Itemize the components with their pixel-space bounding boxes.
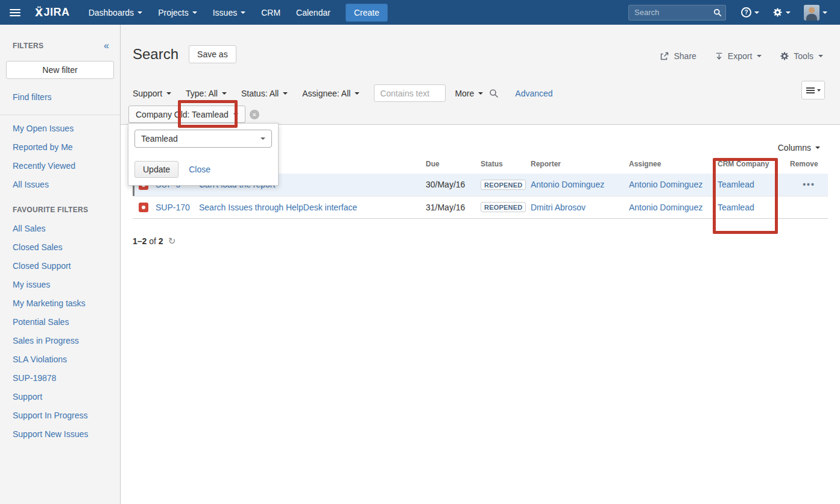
nav-item-dashboards[interactable]: Dashboards [81,0,151,25]
chevron-down-icon [478,92,483,95]
assignee-link[interactable]: Antonio Dominguez [629,203,703,212]
favourite-filter-sales-in-progress[interactable]: Sales in Progress [0,331,120,350]
nav-item-issues[interactable]: Issues [205,0,253,25]
crm-company-link[interactable]: Teamlead [718,180,754,189]
title-row: Search Save as [133,45,236,63]
company-filter-chip[interactable]: Company Old: Teamlead [128,106,245,123]
update-button[interactable]: Update [134,161,178,178]
favourite-filter-potential-sales[interactable]: Potential Sales [0,312,120,331]
new-filter-button[interactable]: New filter [6,61,114,79]
chevron-down-icon [818,55,823,57]
advanced-search-link[interactable]: Advanced [515,89,552,98]
favourite-filter-closed-support[interactable]: Closed Support [0,256,120,275]
column-header-status[interactable]: Status [481,160,531,174]
close-link[interactable]: Close [189,165,210,174]
column-header-reporter[interactable]: Reporter [531,160,629,174]
refresh-icon[interactable]: ↻ [168,236,176,247]
chevron-down-icon [241,11,245,14]
user-profile-menu[interactable] [797,0,834,25]
favourite-filter-support[interactable]: Support [0,387,120,406]
jira-logo-icon: Ẍ [35,7,43,19]
due-date: 30/May/16 [426,174,481,196]
filters-sidebar: FILTERS « New filter Find filters My Ope… [0,25,121,504]
status-badge: REOPENED [481,202,526,212]
sidebar-divider [0,115,120,115]
company-select[interactable]: Teamlead [134,130,272,148]
chevron-down-icon [192,11,197,14]
crm-company-link[interactable]: Teamlead [718,203,754,212]
status-badge: REOPENED [481,180,526,190]
row-actions-button [790,196,828,218]
sidebar-header: FILTERS « [0,25,120,60]
table-row[interactable]: SUP-170 Search Issues through HelpDesk i… [133,196,828,218]
status-filter-dropdown[interactable]: Status: All [241,89,288,98]
column-header-assignee[interactable]: Assignee [629,160,718,174]
find-filters-link[interactable]: Find filters [0,87,120,106]
row-actions-button[interactable]: ••• [790,174,828,196]
chevron-down-icon [137,11,142,14]
assignee-filter-dropdown[interactable]: Assignee: All [302,89,359,98]
company-select-value: Teamlead [141,134,178,143]
issue-key-link[interactable]: SUP-170 [156,203,190,212]
view-switcher-button[interactable] [801,81,825,99]
search-icon[interactable] [713,8,722,17]
export-button[interactable]: Export [715,51,762,61]
sidebar-item-my-open-issues[interactable]: My Open Issues [0,119,120,137]
hamburger-menu-icon[interactable] [10,9,21,10]
help-icon: ? [741,7,751,17]
favourite-filter-all-sales[interactable]: All Sales [0,219,120,238]
share-button[interactable]: Share [660,51,696,61]
reporter-link[interactable]: Antonio Dominguez [531,180,604,189]
sidebar-item-reported-by-me[interactable]: Reported by Me [0,137,120,156]
favourite-filter-closed-sales[interactable]: Closed Sales [0,238,120,256]
run-search-button[interactable] [489,89,499,98]
favourite-filter-my-marketing-tasks[interactable]: My Marketing tasks [0,294,120,312]
chevron-down-icon [823,11,827,14]
favourite-filter-sla-violations[interactable]: SLA Violations [0,350,120,368]
chevron-down-icon [817,89,821,92]
reporter-link[interactable]: Dmitri Abrosov [531,203,586,212]
column-header-crm-company[interactable]: CRM Company [718,160,790,174]
header-actions: Share Export Tools [660,51,823,61]
column-header-due[interactable]: Due [426,160,481,174]
help-menu[interactable]: ? [734,0,766,25]
type-filter-dropdown[interactable]: Type: All [186,89,227,98]
favourite-filter-my-issues[interactable]: My issues [0,275,120,294]
jira-logo[interactable]: Ẍ JIRA [35,6,70,19]
chevron-down-icon [166,92,171,95]
chevron-down-icon [757,55,762,57]
nav-item-projects[interactable]: Projects [150,0,205,25]
columns-dropdown[interactable]: Columns [778,143,820,153]
search-header: Search Save as Share Export Tools [121,25,840,125]
favourite-filter-support-new-issues[interactable]: Support New Issues [0,424,120,443]
project-filter-dropdown[interactable]: Support [133,89,171,98]
chevron-down-icon [355,92,359,95]
admin-settings-menu[interactable] [766,0,797,25]
nav-item-crm[interactable]: CRM [253,0,288,25]
top-navigation-bar: Ẍ JIRA Dashboards Projects Issues CRM Ca… [0,0,840,25]
pagination: 1–2 of 2 ↻ [133,236,175,247]
more-filters-dropdown[interactable]: More [455,89,483,98]
chevron-down-icon [786,11,791,14]
favourite-filter-support-in-progress[interactable]: Support In Progress [0,406,120,424]
favourite-filter-sup-19878[interactable]: SUP-19878 [0,368,120,387]
save-as-button[interactable]: Save as [189,45,236,63]
chevron-down-icon [815,146,820,149]
assignee-link[interactable]: Antonio Dominguez [629,180,703,189]
sidebar-item-all-issues[interactable]: All Issues [0,175,120,194]
nav-item-calendar[interactable]: Calendar [288,0,338,25]
contains-text-input[interactable] [374,84,446,102]
remove-filter-icon[interactable]: × [250,110,259,119]
active-filter-chips: Company Old: Teamlead × [128,106,259,123]
collapse-sidebar-icon[interactable]: « [104,43,109,49]
company-filter-panel: Teamlead Update Close [128,123,279,186]
tools-button[interactable]: Tools [780,51,823,61]
gear-icon [772,7,783,17]
pagination-of: of [149,236,156,246]
create-button[interactable]: Create [346,4,388,22]
jira-logo-text: JIRA [44,6,70,19]
column-header-remove[interactable]: Remove [790,160,828,174]
quick-search-input[interactable] [628,5,726,20]
sidebar-item-recently-viewed[interactable]: Recently Viewed [0,156,120,175]
issue-summary-link[interactable]: Search Issues through HelpDesk interface [199,203,357,212]
